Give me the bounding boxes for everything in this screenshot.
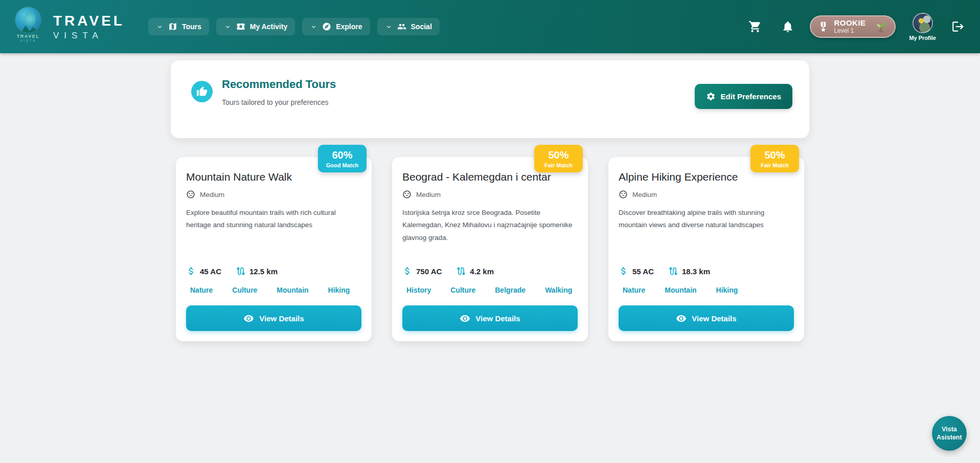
tour-difficulty: Medium bbox=[186, 190, 361, 199]
match-percent: 60% bbox=[324, 149, 360, 161]
tag-list: History Culture Belgrade Walking bbox=[406, 286, 578, 294]
tour-price: 750 AC bbox=[402, 266, 442, 276]
tag: Walking bbox=[545, 286, 572, 294]
distance-value: 12.5 km bbox=[249, 267, 278, 276]
nav-label: Social bbox=[411, 23, 432, 31]
difficulty-label: Medium bbox=[632, 191, 657, 199]
neutral-face-icon bbox=[186, 190, 195, 199]
mountains-logo-detail bbox=[15, 24, 41, 33]
main-content: Recommended Tours Tours tailored to your… bbox=[171, 53, 809, 341]
chevron-down-icon bbox=[156, 23, 164, 31]
tour-price: 45 AC bbox=[186, 266, 221, 276]
tour-description: Explore beautiful mountain trails with r… bbox=[186, 207, 361, 266]
seedling-icon bbox=[874, 19, 888, 34]
match-badge: 50% Fair Match bbox=[750, 145, 799, 172]
logo-text-line2: VISTA bbox=[20, 39, 36, 42]
tour-difficulty: Medium bbox=[619, 190, 794, 199]
dollar-icon bbox=[402, 266, 413, 276]
edit-preferences-label: Edit Preferences bbox=[721, 92, 781, 101]
logo-text-line1: TRAVEL bbox=[17, 34, 39, 39]
tour-grid: 60% Good Match Mountain Nature Walk Medi… bbox=[171, 157, 809, 341]
tour-meta: 45 AC 12.5 km bbox=[186, 266, 361, 276]
match-badge: 60% Good Match bbox=[318, 145, 367, 172]
travel-vista-logo: TRAVEL VISTA bbox=[13, 3, 43, 50]
header-actions: ROOKIE Level 1 My Profile bbox=[746, 13, 967, 41]
tag: Culture bbox=[232, 286, 257, 294]
recommended-texts: Recommended Tours Tours tailored to your… bbox=[222, 78, 336, 106]
tour-distance: 4.2 km bbox=[456, 266, 494, 276]
nav-item-tours[interactable]: Tours bbox=[148, 18, 209, 35]
brand-wordmark: TRAVEL VISTA bbox=[53, 13, 125, 41]
neutral-face-icon bbox=[619, 190, 628, 199]
profile-button[interactable]: My Profile bbox=[909, 13, 936, 41]
view-details-label: View Details bbox=[259, 314, 304, 323]
compass-icon bbox=[322, 22, 331, 31]
tour-card: 50% Fair Match Beograd - Kalemegdan i ce… bbox=[392, 157, 588, 341]
rank-badge[interactable]: ROOKIE Level 1 bbox=[810, 15, 896, 38]
tour-price: 55 AC bbox=[619, 266, 654, 276]
view-details-button[interactable]: View Details bbox=[186, 305, 361, 331]
edit-preferences-button[interactable]: Edit Preferences bbox=[695, 84, 792, 109]
tag: Nature bbox=[623, 286, 645, 294]
main-nav: Tours My Activity Explore Social bbox=[148, 18, 440, 35]
cart-button[interactable] bbox=[746, 18, 764, 35]
assistant-label-line2: Asistent bbox=[932, 433, 967, 442]
tour-meta: 750 AC 4.2 km bbox=[402, 266, 578, 276]
view-details-button[interactable]: View Details bbox=[402, 305, 578, 331]
tour-card: 50% Fair Match Alpine Hiking Experience … bbox=[608, 157, 804, 341]
match-label: Fair Match bbox=[757, 162, 793, 168]
match-percent: 50% bbox=[757, 149, 793, 161]
tag: Hiking bbox=[716, 286, 738, 294]
tour-title: Beograd - Kalemegdan i centar bbox=[402, 171, 578, 183]
nav-label: My Activity bbox=[250, 23, 287, 31]
chevron-down-icon bbox=[310, 23, 317, 31]
chevron-down-icon bbox=[385, 23, 393, 31]
page-subtitle: Tours tailored to your preferences bbox=[222, 98, 336, 106]
tour-description: Istorijska šetnja kroz srce Beograda. Po… bbox=[402, 207, 578, 266]
profile-label: My Profile bbox=[909, 35, 936, 41]
brand-line2: VISTA bbox=[53, 31, 125, 41]
difficulty-label: Medium bbox=[200, 191, 224, 199]
tour-card: 60% Good Match Mountain Nature Walk Medi… bbox=[176, 157, 372, 341]
logout-icon bbox=[951, 20, 965, 33]
notifications-button[interactable] bbox=[779, 18, 796, 35]
tag: History bbox=[406, 286, 431, 294]
price-value: 55 AC bbox=[632, 267, 654, 276]
tour-title: Alpine Hiking Experience bbox=[619, 171, 794, 183]
recommended-tours-panel: Recommended Tours Tours tailored to your… bbox=[171, 60, 809, 138]
globe-logo-icon bbox=[15, 7, 41, 33]
price-value: 45 AC bbox=[200, 267, 221, 276]
tag: Belgrade bbox=[495, 286, 526, 294]
view-details-button[interactable]: View Details bbox=[619, 305, 794, 331]
tag: Nature bbox=[190, 286, 213, 294]
bell-icon bbox=[781, 20, 794, 33]
tour-title: Mountain Nature Walk bbox=[186, 171, 361, 183]
chevron-down-icon bbox=[224, 23, 232, 31]
eye-icon bbox=[460, 313, 470, 324]
tag: Hiking bbox=[328, 286, 350, 294]
tour-difficulty: Medium bbox=[402, 190, 578, 199]
tag: Mountain bbox=[665, 286, 696, 294]
tag: Mountain bbox=[277, 286, 308, 294]
nav-label: Tours bbox=[182, 23, 201, 31]
nav-item-explore[interactable]: Explore bbox=[302, 18, 370, 35]
price-value: 750 AC bbox=[416, 267, 442, 276]
eye-icon bbox=[676, 313, 687, 324]
ticket-star-icon bbox=[236, 22, 245, 31]
route-icon bbox=[668, 266, 678, 276]
nav-item-my-activity[interactable]: My Activity bbox=[216, 18, 295, 35]
match-label: Fair Match bbox=[540, 162, 577, 168]
dollar-icon bbox=[186, 266, 196, 276]
tour-meta: 55 AC 18.3 km bbox=[619, 266, 794, 276]
page-title: Recommended Tours bbox=[222, 78, 336, 91]
match-badge: 50% Fair Match bbox=[534, 145, 583, 172]
distance-value: 4.2 km bbox=[470, 267, 494, 276]
rank-title: ROOKIE bbox=[834, 18, 865, 27]
nav-item-social[interactable]: Social bbox=[377, 18, 440, 35]
logout-button[interactable] bbox=[949, 18, 967, 35]
difficulty-label: Medium bbox=[416, 191, 441, 199]
tour-distance: 12.5 km bbox=[236, 266, 278, 276]
vista-assistant-button[interactable]: Vista Asistent bbox=[932, 416, 967, 451]
dollar-icon bbox=[619, 266, 629, 276]
gear-icon bbox=[706, 92, 716, 101]
